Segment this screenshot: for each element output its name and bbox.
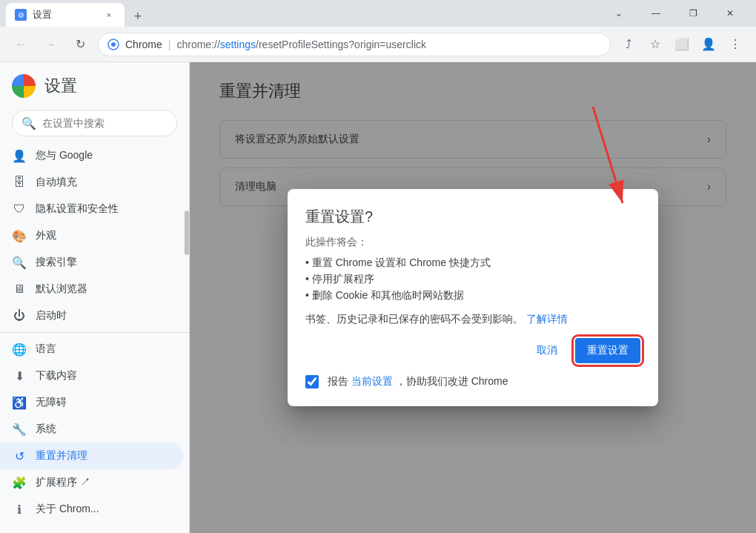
win-chevron-button[interactable]: ⌄ [602,1,636,25]
tab-strip: ⚙ 设置 × + [6,0,148,27]
reset-dialog: 重置设置? 此操作将会： 重置 Chrome 设置和 Chrome 快捷方式 停… [288,189,658,406]
profile-button[interactable]: 👤 [697,33,720,56]
sidebar-divider [0,332,189,333]
share-button[interactable]: ⤴ [617,33,640,56]
search-input[interactable] [42,117,172,129]
dialog-title: 重置设置? [305,207,640,227]
sidebar-item-accessibility[interactable]: ♿ 无障碍 [0,389,183,416]
reset-icon: ↺ [12,448,27,463]
modal-overlay: 重置设置? 此操作将会： 重置 Chrome 设置和 Chrome 快捷方式 停… [190,62,756,533]
sidebar-item-privacy[interactable]: 🛡 隐私设置和安全性 [0,196,183,222]
sidebar-item-label-startup: 启动时 [36,309,67,322]
sidebar-item-search[interactable]: 🔍 搜索引擎 [0,249,183,276]
search-bar[interactable]: 🔍 [12,110,177,136]
sidebar-item-label-system: 系统 [36,423,56,436]
dialog-list-item-3: 删除 Cookie 和其他临时网站数据 [305,288,640,304]
content-area: 重置并清理 将设置还原为原始默认设置 › 清理电脑 › [190,62,756,533]
tab-title: 设置 [33,8,96,21]
downloads-icon: ⬇ [12,368,27,383]
sidebar-item-label-reset: 重置并清理 [36,449,87,463]
url-rest: /resetProfileSettings?origin=userclick [256,39,426,50]
refresh-button[interactable]: ↻ [68,33,92,56]
sidebar-item-default-browser[interactable]: 🖥 默认浏览器 [0,276,183,302]
checkbox-label-post: ，协助我们改进 Chrome [396,375,508,387]
sidebar-item-about[interactable]: ℹ 关于 Chrom... [0,496,183,523]
nav-bar: ← → ↻ Chrome | chrome://settings/resetPr… [0,27,756,62]
address-bar[interactable]: Chrome | chrome://settings/resetProfileS… [98,33,611,56]
accessibility-icon: ♿ [12,395,27,410]
language-icon: 🌐 [12,342,27,357]
sidebar-item-appearance[interactable]: 🎨 外观 [0,222,183,249]
sidebar-item-downloads[interactable]: ⬇ 下载内容 [0,362,183,389]
sidebar-item-reset[interactable]: ↺ 重置并清理 [0,443,183,469]
svg-text:⚙: ⚙ [18,11,24,19]
sidebar-item-autofill[interactable]: 🗄 自动填充 [0,169,183,196]
sidebar-item-label-downloads: 下载内容 [36,369,77,383]
reset-button[interactable]: 重置设置 [575,338,640,363]
address-url: chrome://settings/resetProfileSettings?o… [176,39,601,50]
scroll-indicator [185,211,189,255]
bookmark-button[interactable]: ☆ [643,33,667,56]
dialog-note-text: 书签、历史记录和已保存的密码不会受到影响。 [305,313,523,325]
address-bar-chrome-icon [107,39,119,50]
sidebar-item-label-about: 关于 Chrom... [36,503,99,516]
back-button[interactable]: ← [9,33,33,56]
main-area: 设置 🔍 👤 您与 Google 🗄 自动填充 🛡 隐私设置和安全性 🎨 [0,62,756,533]
dialog-checkbox-row: 报告 当前设置 ，协助我们改进 Chrome [305,375,640,388]
sidebar-item-language[interactable]: 🌐 语言 [0,336,183,362]
sidebar-header: 设置 [0,68,189,110]
dialog-note: 书签、历史记录和已保存的密码不会受到影响。 了解详情 [305,313,640,326]
appearance-icon: 🎨 [12,228,27,243]
sidebar-item-google[interactable]: 👤 您与 Google [0,142,183,169]
dialog-list-item-1: 重置 Chrome 设置和 Chrome 快捷方式 [305,255,640,271]
sidebar-item-label-accessibility: 无障碍 [36,396,67,409]
about-icon: ℹ [12,502,27,517]
privacy-icon: 🛡 [12,202,27,216]
sidebar-item-label-browser: 默认浏览器 [36,282,87,296]
win-close-button[interactable]: ✕ [713,1,747,25]
sidebar: 设置 🔍 👤 您与 Google 🗄 自动填充 🛡 隐私设置和安全性 🎨 [0,62,190,533]
nav-right-buttons: ⤴ ☆ ⬜ 👤 ⋮ [617,33,747,56]
sidebar-item-label-appearance: 外观 [36,229,56,242]
win-minimize-button[interactable]: — [639,1,673,25]
sidebar-item-label-extensions: 扩展程序 ↗ [36,476,90,489]
current-settings-link[interactable]: 当前设置 [351,375,393,387]
browser-frame: ⚙ 设置 × + ⌄ — ❐ ✕ ← → ↻ [0,0,756,533]
autofill-icon: 🗄 [12,175,27,190]
dialog-subtitle: 此操作将会： [305,236,640,249]
win-restore-button[interactable]: ❐ [676,1,710,25]
address-separator: | [168,39,171,50]
url-scheme: chrome:// [176,39,219,50]
learn-more-link[interactable]: 了解详情 [526,313,568,325]
tab-close-button[interactable]: × [102,8,116,21]
menu-button[interactable]: ⋮ [723,33,747,56]
sidebar-item-system[interactable]: 🔧 系统 [0,416,183,443]
svg-point-3 [111,42,116,47]
dialog-list: 重置 Chrome 设置和 Chrome 快捷方式 停用扩展程序 删除 Cook… [305,255,640,304]
address-chrome-label: Chrome [125,39,162,50]
dialog-checkbox-label: 报告 当前设置 ，协助我们改进 Chrome [328,375,508,388]
active-tab[interactable]: ⚙ 设置 × [6,3,125,27]
extensions-icon: 🧩 [12,475,27,490]
sidebar-item-label-language: 语言 [36,342,56,356]
sidebar-item-label-search: 搜索引擎 [36,256,77,269]
report-checkbox[interactable] [305,375,319,388]
title-bar: ⚙ 设置 × + ⌄ — ❐ ✕ [0,0,756,27]
sidebar-item-label-autofill: 自动填充 [36,176,77,189]
search-engine-icon: 🔍 [12,255,27,270]
browser-icon: 🖥 [12,282,27,297]
sidebar-item-extensions[interactable]: 🧩 扩展程序 ↗ [0,469,183,496]
window-controls: ⌄ — ❐ ✕ [602,1,750,25]
title-bar-left: ⚙ 设置 × + [6,0,602,27]
google-icon: 👤 [12,148,27,163]
sidebar-title: 设置 [44,75,77,97]
sidebar-item-label-google: 您与 Google [36,149,93,162]
new-tab-button[interactable]: + [127,6,148,27]
forward-button[interactable]: → [39,33,62,56]
cancel-button[interactable]: 取消 [525,338,569,363]
checkbox-label-pre: 报告 [328,375,348,387]
extension-button[interactable]: ⬜ [670,33,694,56]
dialog-list-item-2: 停用扩展程序 [305,271,640,288]
sidebar-item-startup[interactable]: ⏻ 启动时 [0,302,183,329]
dialog-actions: 取消 重置设置 [305,338,640,363]
